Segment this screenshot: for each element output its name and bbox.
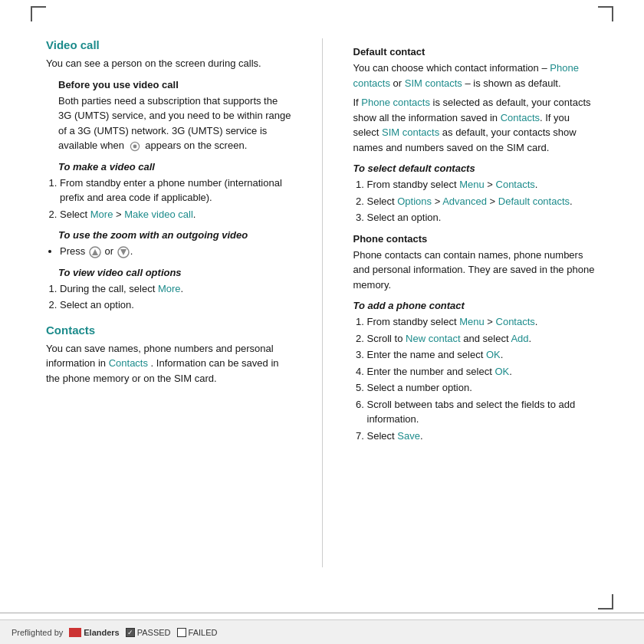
before-video-body: Both parties need a subscription that su…	[46, 94, 291, 153]
add-step-4: Enter the number and select OK.	[367, 364, 599, 380]
advanced-link: Advanced	[442, 196, 487, 207]
select-step-1: From standby select Menu > Contacts.	[367, 177, 599, 192]
sim-contacts-link1: SIM contacts	[405, 77, 462, 89]
phone-contacts-link2: Phone contacts	[361, 97, 430, 108]
contacts-link3: Contacts	[496, 179, 535, 190]
zoom-step: Press or	[60, 244, 291, 259]
passed-label: PASSED	[137, 628, 171, 637]
phone-contacts-title: Phone contacts	[353, 233, 599, 245]
up-arrow-icon	[89, 246, 101, 258]
add-phone-subtitle: To add a phone contact	[353, 300, 599, 311]
make-video-step-2: Select More > Make video call.	[60, 207, 291, 222]
select-default-steps: From standby select Menu > Contacts. Sel…	[353, 177, 599, 225]
save-link: Save	[397, 430, 420, 442]
make-video-step-1: From standby enter a phone number (inter…	[60, 176, 291, 205]
view-video-step-2: Select an option.	[60, 297, 291, 313]
corner-mark-top-left	[31, 6, 46, 21]
default-contact-section: Default contact You can choose which con…	[353, 46, 599, 225]
contacts-link: Contacts	[109, 357, 148, 369]
failed-checkbox	[177, 628, 186, 637]
ok-link1: OK	[486, 349, 501, 360]
preflight-bar: Preflighted by Elanders PASSED FAILED	[0, 619, 644, 644]
failed-badge: FAILED	[177, 628, 218, 637]
page-container: Video call You can see a person on the s…	[0, 0, 644, 644]
video-call-intro: You can see a person on the screen durin…	[46, 56, 291, 71]
phone-contacts-intro: Phone contacts can contain names, phone …	[353, 248, 599, 293]
right-column: Default contact You can choose which con…	[346, 38, 599, 567]
passed-checkbox	[126, 628, 135, 637]
svg-marker-3	[92, 249, 98, 255]
add-step-7: Select Save.	[367, 429, 599, 444]
corner-mark-bottom-right	[598, 594, 613, 610]
svg-marker-5	[120, 249, 127, 255]
make-video-steps: From standby enter a phone number (inter…	[46, 176, 291, 222]
before-video-subtitle: Before you use video call	[46, 79, 291, 90]
contacts-link4: Contacts	[496, 316, 535, 327]
add-step-2: Scroll to New contact and select Add.	[367, 331, 599, 347]
down-arrow-icon	[117, 246, 130, 258]
make-video-call-link: Make video call	[124, 209, 193, 220]
failed-label: FAILED	[189, 628, 218, 637]
corner-mark-top-right	[598, 6, 613, 21]
left-column: Video call You can see a person on the s…	[46, 38, 299, 567]
add-step-3: Enter the name and select OK.	[367, 347, 599, 363]
svg-point-1	[133, 144, 136, 148]
elanders-name: Elanders	[84, 628, 119, 637]
more-link: More	[90, 209, 113, 220]
new-contact-link: New contact	[406, 333, 461, 344]
zoom-subtitle: To use the zoom with an outgoing video	[46, 229, 291, 241]
view-more-link: More	[158, 283, 181, 294]
contacts-link2: Contacts	[501, 112, 540, 123]
default-contact-body: If Phone contacts is selected as default…	[353, 95, 599, 155]
content-area: Video call You can see a person on the s…	[46, 38, 598, 567]
view-video-step-1: During the call, select More.	[60, 281, 291, 297]
options-link: Options	[397, 196, 432, 207]
contacts-section: Contacts You can save names, phone numbe…	[46, 324, 291, 386]
default-contact-title: Default contact	[353, 46, 599, 58]
add-step-1: From standby select Menu > Contacts.	[367, 314, 599, 330]
passed-badge: PASSED	[126, 628, 171, 637]
elanders-icon	[69, 628, 81, 637]
contacts-title: Contacts	[46, 324, 291, 337]
column-divider	[322, 38, 323, 567]
signal-icon	[129, 141, 141, 152]
menu-link1: Menu	[459, 179, 485, 190]
add-step-6: Scroll between tabs and select the field…	[367, 397, 599, 427]
add-phone-steps: From standby select Menu > Contacts. Scr…	[353, 314, 599, 443]
make-video-subtitle: To make a video call	[46, 161, 291, 172]
default-contacts-link: Default contacts	[498, 196, 570, 207]
video-call-title: Video call	[46, 38, 291, 51]
phone-contacts-section: Phone contacts Phone contacts can contai…	[353, 233, 599, 444]
add-link: Add	[511, 333, 528, 344]
select-step-2: Select Options > Advanced > Default cont…	[367, 194, 599, 209]
elanders-logo: Elanders	[69, 628, 119, 637]
preflight-label: Preflighted by	[12, 628, 63, 637]
view-video-subtitle: To view video call options	[46, 267, 291, 278]
bottom-border	[0, 613, 644, 613]
add-step-5: Select a number option.	[367, 380, 599, 396]
view-video-steps: During the call, select More. Select an …	[46, 281, 291, 313]
select-default-subtitle: To select default contacts	[353, 163, 599, 174]
video-call-section: Video call You can see a person on the s…	[46, 38, 291, 313]
default-contact-intro: You can choose which contact information…	[353, 61, 599, 90]
select-step-3: Select an option.	[367, 210, 599, 225]
contacts-intro: You can save names, phone numbers and pe…	[46, 341, 291, 386]
zoom-steps: Press or	[46, 244, 291, 259]
sim-contacts-link2: SIM contacts	[382, 127, 439, 138]
ok-link2: OK	[495, 366, 509, 377]
menu-link2: Menu	[459, 316, 485, 327]
